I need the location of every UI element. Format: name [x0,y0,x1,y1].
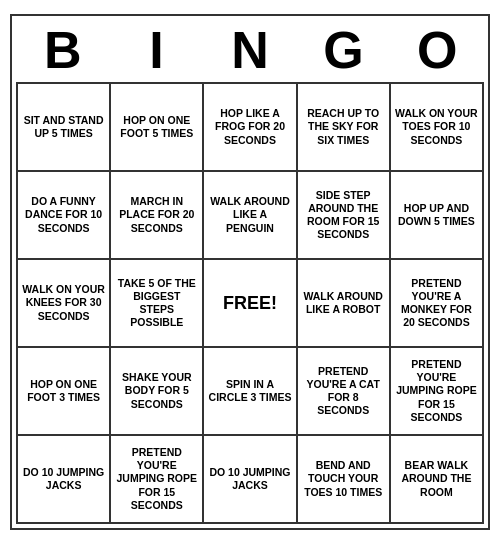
bingo-cell-12[interactable]: FREE! [204,260,297,348]
bingo-cell-6[interactable]: MARCH IN PLACE FOR 20 SECONDS [111,172,204,260]
bingo-cell-8[interactable]: SIDE STEP AROUND THE ROOM FOR 15 SECONDS [298,172,391,260]
bingo-letter-i: I [112,24,200,76]
bingo-cell-16[interactable]: SHAKE YOUR BODY for 5 SECONDS [111,348,204,436]
bingo-cell-21[interactable]: PRETEND YOU'RE JUMPING ROPE FOR 15 SECON… [111,436,204,524]
bingo-cell-5[interactable]: DO A FUNNY DANCE FOR 10 SECONDS [18,172,111,260]
bingo-cell-4[interactable]: WALK ON YOUR TOES FOR 10 SECONDS [391,84,484,172]
bingo-cell-15[interactable]: HOP ON ONE FOOT 3 TIMES [18,348,111,436]
bingo-cell-1[interactable]: HOP ON ONE FOOT 5 TIMES [111,84,204,172]
bingo-cell-19[interactable]: PRETEND YOU'RE JUMPING ROPE FOR 15 SECON… [391,348,484,436]
bingo-letter-g: G [300,24,388,76]
bingo-cell-11[interactable]: TAKE 5 OF THE BIGGEST STEPS POSSIBLE [111,260,204,348]
bingo-cell-10[interactable]: WALK ON YOUR KNEES FOR 30 SECONDS [18,260,111,348]
bingo-letter-o: O [393,24,481,76]
bingo-cell-23[interactable]: BEND AND TOUCH YOUR TOES 10 TIMES [298,436,391,524]
bingo-grid: SIT AND STAND UP 5 TIMESHOP ON ONE FOOT … [16,82,484,524]
bingo-letter-n: N [206,24,294,76]
bingo-cell-24[interactable]: BEAR WALK AROUND THE ROOM [391,436,484,524]
bingo-card: BINGO SIT AND STAND UP 5 TIMESHOP ON ONE… [10,14,490,530]
bingo-cell-3[interactable]: REACH UP TO THE SKY FOR SIX TIMES [298,84,391,172]
bingo-letter-b: B [19,24,107,76]
bingo-cell-17[interactable]: SPIN IN A CIRCLE 3 TIMES [204,348,297,436]
bingo-cell-2[interactable]: HOP LIKE A FROG FOR 20 SECONDS [204,84,297,172]
bingo-cell-7[interactable]: WALK AROUND LIKE A PENGUIN [204,172,297,260]
bingo-cell-18[interactable]: PRETEND YOU'RE A CAT FOR 8 SECONDS [298,348,391,436]
bingo-cell-13[interactable]: WALK AROUND LIKE A ROBOT [298,260,391,348]
bingo-cell-9[interactable]: HOP UP AND DOWN 5 TIMES [391,172,484,260]
bingo-title: BINGO [16,20,484,82]
bingo-cell-14[interactable]: PRETEND YOU'RE A MONKEY FOR 20 SECONDS [391,260,484,348]
bingo-cell-20[interactable]: DO 10 JUMPING JACKS [18,436,111,524]
bingo-cell-22[interactable]: DO 10 JUMPING JACKS [204,436,297,524]
bingo-cell-0[interactable]: SIT AND STAND UP 5 TIMES [18,84,111,172]
